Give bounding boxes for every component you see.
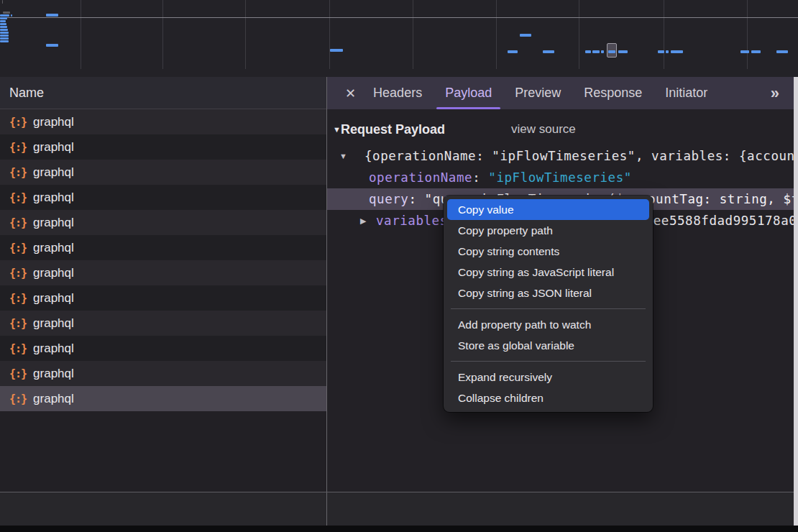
name-column-label: Name [9,86,44,101]
menu-item-collapse-children[interactable]: Collapse children [447,387,649,408]
request-payload-title: Request Payload [341,122,445,137]
network-overview-timeline[interactable] [0,0,798,77]
section-collapse-arrow-icon[interactable]: ▼ [333,125,341,134]
timeline-gridline [81,0,81,69]
tree-text-segment: "ipFlowTimeseries" [488,170,632,185]
tree-text-segment: variables [376,214,448,228]
timeline-request-bar [658,50,664,53]
timeline-request-bar [543,50,554,53]
json-braces-icon: {:} [9,393,27,405]
menu-item-copy-string-as-javascript-literal[interactable]: Copy string as JavaScript literal [447,262,649,283]
timeline-request-bar [330,49,343,52]
tree-expanded-arrow-icon[interactable]: ▼ [339,145,347,167]
timeline-request-bar [601,50,604,53]
timeline-request-bar [0,26,7,28]
request-row[interactable]: {:}graphql [0,109,327,134]
menu-item-copy-string-contents[interactable]: Copy string contents [447,241,649,262]
window-bottom-edge [0,526,798,532]
request-name-label: graphql [33,140,74,155]
timeline-request-bar [508,50,518,53]
timeline-request-bar [592,50,600,53]
request-row[interactable]: {:}graphql [0,361,327,386]
timeline-request-bar [585,50,591,53]
devtools-network-panel: Name {:}graphql{:}graphql{:}graphql{:}gr… [0,0,798,532]
request-name-label: graphql [33,291,74,306]
timeline-request-bar [618,50,628,53]
timeline-request-bar [671,50,683,53]
tabs-container: HeadersPayloadPreviewResponseInitiator [362,77,719,109]
tree-text-segment: {operationName: "ipFlowTimeseries", vari… [364,149,794,163]
json-braces-icon: {:} [9,216,27,229]
request-payload-header: ▼ Request Payload view source [327,119,794,139]
menu-item-store-as-global-variable[interactable]: Store as global variable [447,335,649,356]
tab-initiator[interactable]: Initiator [655,77,717,109]
more-tabs-chevron-icon[interactable]: » [756,77,794,109]
menu-item-expand-recursively[interactable]: Expand recursively [447,367,649,387]
tree-row[interactable]: operationName: "ipFlowTimeseries" [327,167,794,188]
timeline-gridline [496,0,497,69]
json-braces-icon: {:} [9,367,27,380]
request-row[interactable]: {:}graphql [0,210,327,235]
tab-preview[interactable]: Preview [505,77,571,109]
tab-response[interactable]: Response [574,77,652,109]
tab-headers[interactable]: Headers [363,77,432,109]
tree-row[interactable]: ▼{operationName: "ipFlowTimeseries", var… [327,145,794,167]
request-name-label: graphql [33,241,74,255]
tree-row-content: {operationName: "ipFlowTimeseries", vari… [364,149,794,163]
request-row[interactable]: {:}graphql [0,311,327,336]
json-braces-icon: {:} [9,317,27,330]
request-row[interactable]: {:}graphql [0,336,327,361]
json-braces-icon: {:} [9,116,27,129]
timeline-request-bar [2,0,3,4]
timeline-request-bar [0,40,9,42]
json-braces-icon: {:} [9,267,27,280]
tree-text-segment: ee5588fdad995178a0 [653,214,794,228]
timeline-request-bar [608,50,615,53]
request-row[interactable]: {:}graphql [0,386,327,411]
timeline-request-bar [666,50,669,53]
request-row[interactable]: {:}graphql [0,235,327,260]
request-row[interactable]: {:}graphql [0,185,327,210]
json-braces-icon: {:} [9,191,27,204]
menu-divider [451,361,646,362]
timeline-request-bar [0,37,9,40]
request-name-label: graphql [33,392,74,406]
request-row[interactable]: {:}graphql [0,134,327,160]
request-name-label: graphql [33,266,74,280]
timeline-request-bar [0,14,9,17]
request-row[interactable]: {:}graphql [0,160,327,185]
menu-item-copy-property-path[interactable]: Copy property path [447,220,649,241]
menu-item-copy-value[interactable]: Copy value [447,199,649,220]
panel-split-divider[interactable] [326,77,327,526]
tree-collapsed-arrow-icon[interactable]: ▶ [360,210,366,231]
timeline-request-bar [46,44,58,47]
request-name-label: graphql [33,216,74,230]
tab-payload[interactable]: Payload [435,77,502,109]
window-right-edge [794,77,798,526]
timeline-request-bar [11,14,12,17]
timeline-request-bar [520,34,531,37]
timeline-request-bar [776,50,788,53]
json-braces-icon: {:} [9,342,27,355]
timeline-gridline [329,0,330,69]
timeline-request-bar [0,20,6,22]
timeline-request-bar [0,29,8,31]
requests-list-panel: Name {:}graphql{:}graphql{:}graphql{:}gr… [0,77,327,526]
timeline-request-bar [740,50,749,53]
request-row[interactable]: {:}graphql [0,260,327,285]
footer-right-area [327,492,794,526]
close-icon[interactable]: ✕ [339,77,362,109]
view-source-link[interactable]: view source [511,122,576,137]
request-name-label: graphql [33,367,74,381]
request-name-label: graphql [33,341,74,356]
timeline-gridline [245,0,246,69]
footer-left-area [0,492,326,526]
menu-item-add-property-path-to-watch[interactable]: Add property path to watch [447,314,649,335]
request-row[interactable]: {:}graphql [0,285,327,311]
tree-text-segment: : [472,170,488,185]
request-name-label: graphql [33,316,74,331]
tree-text-segment: query [369,192,408,206]
menu-item-copy-string-as-json-literal[interactable]: Copy string as JSON literal [447,283,649,303]
timeline-gridline [664,0,664,69]
name-column-header[interactable]: Name [0,77,327,109]
